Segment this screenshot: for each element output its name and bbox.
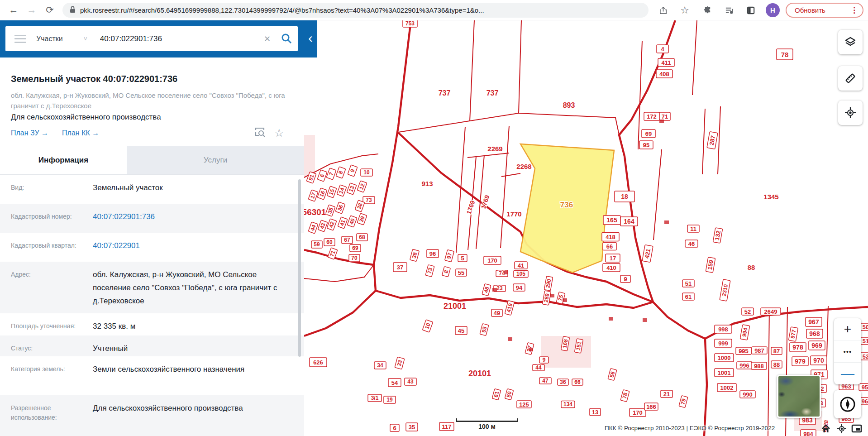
building	[643, 318, 647, 322]
extensions-puzzle-icon[interactable]	[701, 5, 713, 16]
parcel-label: 170	[633, 409, 643, 416]
search-category-select[interactable]: Участки	[36, 35, 63, 43]
parcel-label: 51	[685, 280, 692, 287]
ruler-button[interactable]	[838, 66, 863, 91]
url-text: pkk.rosreestr.ru/#/search/65.64951699999…	[80, 6, 484, 14]
chevron-down-icon[interactable]: ˅	[84, 35, 87, 43]
parcel-label: 984	[803, 431, 813, 436]
plan-kk-link[interactable]: План КК →	[62, 129, 99, 137]
tab-services[interactable]: Услуги	[127, 146, 304, 174]
search-box: Участки ˅ ✕	[5, 26, 298, 51]
row-value: Учтенный	[93, 342, 292, 356]
table-row: Кадастровый квартал:40:07:022901	[0, 233, 304, 262]
parcel-label: 172	[647, 113, 657, 120]
address-bar[interactable]: pkk.rosreestr.ru/#/search/65.64951699999…	[62, 3, 649, 18]
parcel-label: 47	[542, 378, 548, 384]
parcel-usage: Для сельскохозяйственного производства	[11, 113, 161, 122]
building	[609, 317, 613, 321]
plan-zu-link[interactable]: План ЗУ →	[11, 129, 48, 137]
zoom-control: + ••• —	[834, 318, 861, 384]
parcel-label: 21001	[444, 302, 466, 311]
parcel-label: 410	[606, 264, 616, 271]
profile-avatar[interactable]: H	[766, 3, 780, 17]
parcel-label: 1345	[763, 193, 778, 201]
forward-icon[interactable]: →	[24, 3, 39, 17]
parcel-label: 893	[563, 101, 575, 109]
parcel-label: 96	[862, 398, 868, 405]
parcel-title: Земельный участок 40:07:022901:736	[11, 74, 177, 84]
parcel-label: 61	[685, 293, 692, 300]
parcel-label: 23	[496, 285, 503, 292]
basemap-thumbnail[interactable]	[777, 375, 821, 418]
parcel-label: 999	[718, 340, 728, 347]
parcel-label: 968	[809, 330, 820, 337]
search-icon[interactable]	[281, 33, 292, 46]
parcel-boundary	[692, 20, 697, 95]
cadastral-map[interactable]: 7537377378937813459132269226817691769177…	[304, 20, 868, 436]
panel-scrollbar[interactable]	[298, 179, 301, 357]
scale-control: 100 м	[456, 421, 518, 430]
parcel-label: 69	[352, 245, 358, 251]
parcel-label: 3/1	[371, 395, 379, 401]
parcel-label: 979	[795, 358, 806, 365]
parcel-label: 9	[624, 276, 627, 283]
parcel-label: 78	[781, 51, 789, 58]
parcel-boundary	[519, 20, 521, 113]
center-map-icon[interactable]	[836, 423, 848, 435]
row-value-link[interactable]: 40:07:022901	[93, 239, 292, 262]
parcel-label: 50	[863, 324, 868, 331]
parcel-label: 411	[662, 59, 671, 66]
parcel-label: 5	[461, 255, 464, 262]
reload-icon[interactable]: ⟳	[43, 3, 57, 17]
share-icon[interactable]	[657, 5, 669, 16]
parcel-label: 17	[610, 255, 616, 262]
browser-menu-icon[interactable]: ⋮	[850, 5, 858, 15]
parcel-label: 1000	[718, 355, 731, 361]
back-icon[interactable]: ←	[6, 3, 21, 17]
table-row: Разрешенное использование:Для сельскохоз…	[0, 395, 304, 436]
zoom-out-button[interactable]: —	[834, 363, 861, 384]
zoom-in-button[interactable]: +	[834, 318, 861, 340]
parcel-boundary	[398, 113, 519, 132]
my-location-button[interactable]	[838, 101, 863, 125]
row-value-link[interactable]: 40:07:022901:736	[93, 210, 292, 233]
parcel-label: 67	[344, 237, 350, 243]
collapse-panel-icon[interactable]: ‹	[304, 30, 317, 48]
parcel-label: 54	[391, 379, 398, 386]
fullscreen-icon[interactable]	[851, 423, 863, 435]
parcel-label: 20101	[468, 369, 491, 378]
parcel-label: 11	[690, 225, 696, 232]
parcel-label: 95	[862, 384, 868, 391]
zoom-more-button[interactable]: •••	[834, 340, 861, 363]
parcel-boundary	[467, 153, 509, 158]
row-value: обл. Калужская, р-н Жуковский, МО Сельск…	[93, 268, 292, 313]
bookmark-star-icon[interactable]: ☆	[679, 5, 691, 16]
favorite-star-icon[interactable]: ☆	[274, 127, 284, 139]
row-value: Для сельскохозяйственного производства	[93, 402, 292, 436]
table-row: Вид:Земельный участок	[0, 175, 304, 204]
home-icon[interactable]	[820, 423, 832, 435]
media-list-extension-icon[interactable]	[723, 5, 735, 16]
building	[563, 298, 567, 302]
parcel-label: 68	[359, 234, 365, 240]
table-row: Кадастровый номер:40:07:022901:736	[0, 204, 304, 233]
parcel-label: 59	[314, 241, 320, 248]
area-zoom-icon[interactable]	[254, 126, 266, 140]
row-value: 32 335 кв. м	[93, 320, 292, 335]
clear-search-icon[interactable]: ✕	[264, 34, 271, 44]
parcel-label: 753	[405, 20, 415, 27]
tab-information[interactable]: Информация	[0, 146, 127, 174]
building	[492, 288, 497, 292]
quarter-boundary	[653, 302, 707, 436]
parcel-label: 21	[663, 391, 670, 398]
compass-button[interactable]	[834, 390, 861, 418]
menu-icon[interactable]	[14, 35, 26, 43]
sidebar-extension-icon[interactable]	[745, 5, 757, 16]
row-label: Кадастровый квартал:	[11, 241, 86, 262]
parcel-label: 71	[662, 113, 668, 120]
parcel-label: 37	[397, 264, 403, 271]
table-row: Адрес:обл. Калужская, р-н Жуковский, МО …	[0, 262, 304, 313]
search-input[interactable]	[100, 34, 245, 43]
layers-button[interactable]	[838, 30, 863, 54]
browser-update-button[interactable]: Обновить ⋮	[786, 3, 863, 18]
